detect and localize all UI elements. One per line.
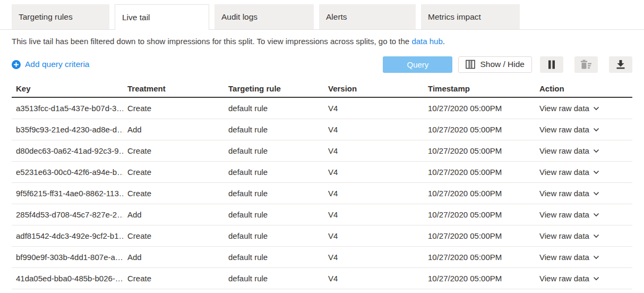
cell-targeting-rule: default rule [224,210,324,219]
cell-treatment: Create [123,104,224,113]
cell-key: 9f5f6215-ff31-4ae0-8862-113… [12,189,123,198]
add-query-criteria-button[interactable]: Add query criteria [12,60,89,69]
view-raw-data-label: View raw data [539,231,589,240]
query-button[interactable]: Query [383,56,452,73]
cell-timestamp: 10/27/2020 05:00PM [424,146,535,155]
tab-targeting-rules[interactable]: Targeting rules [12,4,109,29]
cell-key: 41da05ed-bba0-485b-b026-… [12,274,123,283]
cell-version: V4 [324,168,424,177]
query-toolbar: Add query criteria Query Show / Hide [12,56,632,73]
table-row: a3513fcc-d1a5-437e-b07d-3… Create defaul… [12,98,632,119]
column-header-treatment: Treatment [123,84,224,93]
table-row: d80dec63-0a62-41ad-92c3-9… Create defaul… [12,140,632,162]
show-hide-columns-button[interactable]: Show / Hide [458,56,532,73]
column-header-version: Version [324,84,424,93]
view-raw-data-label: View raw data [539,253,589,262]
cell-timestamp: 10/27/2020 05:00PM [424,104,535,113]
cell-version: V4 [324,210,424,219]
cell-timestamp: 10/27/2020 05:00PM [424,231,535,240]
cell-key: e5231e63-00c0-42f6-a94e-b… [12,168,123,177]
filter-notice: This live tail has been filtered down to… [12,36,632,47]
cell-treatment: Add [123,210,224,219]
notice-body: This live tail has been filtered down to… [12,37,411,46]
cell-timestamp: 10/27/2020 05:00PM [424,253,535,262]
view-raw-data-button[interactable]: View raw data [535,231,632,240]
cell-key: d80dec63-0a62-41ad-92c3-9… [12,146,123,155]
view-raw-data-button[interactable]: View raw data [535,253,632,262]
chevron-down-icon [593,277,599,281]
cell-timestamp: 10/27/2020 05:00PM [424,274,535,283]
chevron-down-icon [593,234,599,238]
view-raw-data-label: View raw data [539,104,589,113]
chevron-down-icon [593,128,599,132]
view-raw-data-label: View raw data [539,168,589,177]
table-row: e5231e63-00c0-42f6-a94e-b… Create defaul… [12,162,632,183]
cell-treatment: Create [123,168,224,177]
chevron-down-icon [593,106,599,111]
tab-alerts[interactable]: Alerts [319,4,416,29]
add-query-criteria-label: Add query criteria [25,60,89,69]
view-raw-data-button[interactable]: View raw data [535,104,632,113]
tab-metrics-impact[interactable]: Metrics impact [421,4,520,29]
plus-circle-icon [12,60,21,69]
cell-key: adf81542-4dc3-492e-9cf2-b1… [12,231,123,240]
column-header-action: Action [535,84,632,93]
cell-treatment: Create [123,274,224,283]
columns-icon [466,60,475,69]
tab-audit-logs[interactable]: Audit logs [214,4,314,29]
view-raw-data-button[interactable]: View raw data [535,146,632,155]
cell-timestamp: 10/27/2020 05:00PM [424,168,535,177]
cell-targeting-rule: default rule [224,125,324,134]
trash-icon [580,60,592,69]
column-header-timestamp: Timestamp [424,84,535,93]
cell-key: bf990e9f-303b-4dd1-807e-a… [12,253,123,262]
live-tail-page: Targeting rules Live tail Audit logs Ale… [0,0,644,289]
view-raw-data-button[interactable]: View raw data [535,274,632,283]
cell-version: V4 [324,189,424,198]
data-hub-link[interactable]: data hub [411,37,442,46]
cell-timestamp: 10/27/2020 05:00PM [424,210,535,219]
chevron-down-icon [593,170,599,174]
cell-targeting-rule: default rule [224,168,324,177]
cell-treatment: Add [123,125,224,134]
table-row: 9f5f6215-ff31-4ae0-8862-113… Create defa… [12,183,632,204]
cell-treatment: Create [123,189,224,198]
table-row: 41da05ed-bba0-485b-b026-… Create default… [12,268,632,289]
cell-timestamp: 10/27/2020 05:00PM [424,189,535,198]
column-header-targeting-rule: Targeting rule [224,84,324,93]
column-header-key: Key [12,84,123,93]
cell-targeting-rule: default rule [224,146,324,155]
view-raw-data-button[interactable]: View raw data [535,125,632,134]
table-row: adf81542-4dc3-492e-9cf2-b1… Create defau… [12,225,632,247]
view-raw-data-button[interactable]: View raw data [535,168,632,177]
clear-log-button[interactable] [574,56,598,73]
table-row: bf990e9f-303b-4dd1-807e-a… Add default r… [12,247,632,268]
view-raw-data-label: View raw data [539,146,589,155]
cell-version: V4 [324,274,424,283]
view-raw-data-label: View raw data [539,274,589,283]
tab-bar: Targeting rules Live tail Audit logs Ale… [0,0,644,30]
chevron-down-icon [593,213,599,217]
cell-targeting-rule: default rule [224,231,324,240]
view-raw-data-label: View raw data [539,189,589,198]
cell-version: V4 [324,125,424,134]
cell-targeting-rule: default rule [224,253,324,262]
cell-targeting-rule: default rule [224,104,324,113]
chevron-down-icon [593,255,599,259]
view-raw-data-button[interactable]: View raw data [535,189,632,198]
impressions-table: Key Treatment Targeting rule Version Tim… [12,80,632,289]
download-icon [616,60,625,69]
chevron-down-icon [593,191,599,196]
cell-treatment: Add [123,253,224,262]
cell-version: V4 [324,231,424,240]
pause-icon [547,60,556,69]
view-raw-data-button[interactable]: View raw data [535,210,632,219]
table-row: 285f4d53-d708-45c7-827e-2… Add default r… [12,204,632,225]
table-body: a3513fcc-d1a5-437e-b07d-3… Create defaul… [12,98,632,289]
cell-key: 285f4d53-d708-45c7-827e-2… [12,210,123,219]
chevron-down-icon [593,149,599,153]
cell-timestamp: 10/27/2020 05:00PM [424,125,535,134]
tab-live-tail[interactable]: Live tail [115,4,209,30]
pause-button[interactable] [540,56,563,73]
download-button[interactable] [609,56,632,73]
